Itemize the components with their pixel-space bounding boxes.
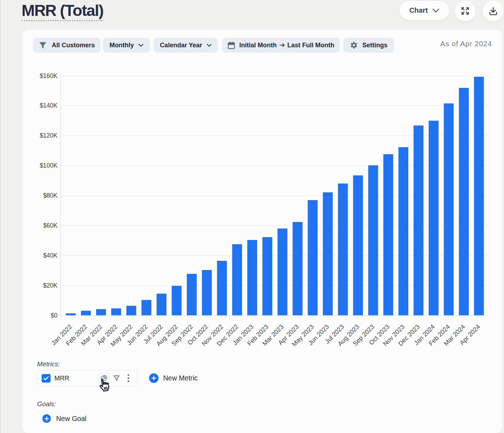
svg-text:$0: $0 [51, 312, 58, 319]
svg-text:$80K: $80K [43, 192, 58, 199]
svg-text:$160K: $160K [40, 72, 58, 79]
svg-text:$140K: $140K [40, 102, 58, 109]
svg-text:$120K: $120K [40, 132, 58, 139]
svg-text:$20K: $20K [43, 282, 58, 289]
svg-text:$40K: $40K [43, 252, 58, 259]
svg-text:$60K: $60K [43, 222, 58, 229]
svg-text:$100K: $100K [40, 162, 58, 169]
